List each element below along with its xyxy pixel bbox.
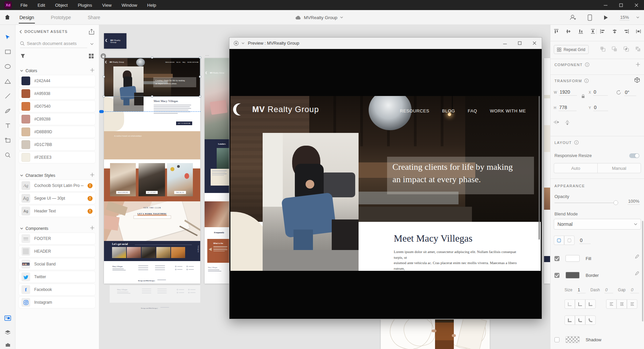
menu-object[interactable]: Object (55, 3, 68, 8)
add-color-icon[interactable] (90, 68, 94, 72)
align-right-icon[interactable] (624, 29, 629, 34)
preview-titlebar[interactable]: Preview : MVRealty Group (229, 38, 542, 49)
component-row[interactable]: Instagram (19, 297, 95, 308)
lock-aspect-icon[interactable] (581, 94, 585, 98)
preview-window[interactable]: Preview : MVRealty Group (229, 37, 542, 319)
artboard-tool-icon[interactable] (0, 133, 15, 148)
color-row[interactable]: #D1C7BB (19, 139, 95, 150)
inspector-scrollbar[interactable] (642, 221, 643, 321)
size-value[interactable]: 1 (577, 287, 586, 293)
invite-user-icon[interactable] (570, 14, 576, 20)
component-row[interactable]: f Facebook (19, 284, 95, 295)
add-char-style-icon[interactable] (90, 173, 94, 177)
color-row[interactable]: #D07540 (19, 101, 95, 112)
color-row[interactable]: #F2EEE3 (19, 152, 95, 163)
artboard-about-page[interactable]: MV Realty Group Lenders Frequently What … (205, 58, 229, 284)
cap-projecting-icon[interactable] (627, 299, 637, 309)
artboard2-title[interactable]: ... (205, 52, 209, 56)
menu-window[interactable]: Window (122, 3, 137, 8)
zoom-tool-icon[interactable] (0, 148, 15, 162)
search-scope-chevron-icon[interactable] (90, 43, 94, 45)
nav-faq[interactable]: FAQ (468, 108, 477, 113)
info-icon[interactable] (584, 79, 589, 83)
selection-handle[interactable] (151, 95, 153, 98)
align-center-icon[interactable] (612, 29, 617, 34)
width-value[interactable]: 1920 (559, 89, 577, 96)
document-title[interactable]: MVRealty Group (295, 10, 343, 25)
char-style-row[interactable]: Ag Cochocib Script Latin Pro — 125pt ! (19, 180, 95, 191)
lock-icon[interactable] (101, 53, 106, 59)
height-value[interactable]: 778 (558, 105, 577, 111)
eyedropper-icon[interactable] (634, 271, 639, 276)
line-tool-icon[interactable] (0, 89, 15, 103)
tab-prototype[interactable]: Prototype (50, 11, 72, 24)
artboard-logo[interactable]: MV Realty Group (104, 33, 126, 49)
y-field[interactable]: Y 0 (589, 105, 608, 111)
play-preview-icon[interactable] (603, 15, 608, 20)
fill-checkbox[interactable] (554, 256, 559, 261)
selection-handle[interactable] (103, 95, 105, 98)
blend-mode-select[interactable]: Normal (554, 219, 641, 230)
minimize-icon[interactable] (497, 38, 512, 49)
border-center-icon[interactable] (575, 299, 585, 309)
device-preview-icon[interactable] (588, 14, 592, 21)
border-outer-icon[interactable] (585, 299, 596, 309)
y-value[interactable]: 0 (593, 105, 608, 111)
menu-plugins[interactable]: Plugins (78, 3, 92, 8)
selection-handle[interactable] (199, 56, 201, 59)
text-tool-icon[interactable] (0, 118, 15, 133)
assets-panel-icon[interactable] (0, 311, 15, 326)
boolean-add-icon[interactable] (600, 46, 606, 52)
pen-tool-icon[interactable] (0, 103, 15, 118)
site-logo[interactable]: MV Realty Group (236, 103, 319, 115)
color-row[interactable]: #D8BB9D (19, 126, 95, 138)
nav-blog[interactable]: BLOG (442, 108, 455, 113)
join-round-icon[interactable] (575, 315, 585, 325)
viewport-guide-handle[interactable] (99, 110, 104, 113)
missing-font-warning-icon[interactable]: ! (88, 209, 93, 214)
component-row[interactable]: Social Band (19, 258, 95, 270)
export-assets-icon[interactable] (89, 29, 94, 35)
3d-transform-icon[interactable] (634, 77, 640, 83)
opacity-slider-track[interactable] (554, 203, 618, 203)
color-row[interactable]: #242A44 (19, 75, 95, 87)
align-top-icon[interactable] (554, 29, 559, 34)
selection-handle[interactable] (199, 76, 201, 78)
artboard-flower[interactable] (381, 319, 490, 349)
info-icon[interactable] (585, 62, 589, 67)
join-miter-icon[interactable] (565, 315, 575, 325)
component-row[interactable]: FOOTER (19, 233, 95, 244)
boolean-intersect-icon[interactable] (624, 46, 629, 52)
shadow-swatch[interactable] (566, 336, 580, 343)
selection-handle[interactable] (103, 76, 105, 78)
nav-work-with-me[interactable]: WORK WITH ME (490, 108, 526, 113)
fill-swatch[interactable] (566, 255, 580, 262)
auto-option[interactable]: Auto (554, 163, 598, 173)
ellipse-tool-icon[interactable] (0, 59, 15, 74)
align-bottom-icon[interactable] (578, 29, 583, 34)
dash-value[interactable]: 0 (604, 287, 613, 293)
component-row[interactable]: HEADER (19, 246, 95, 257)
x-field[interactable]: X 0 (589, 89, 608, 96)
add-component-state-icon[interactable] (636, 62, 640, 66)
record-icon[interactable] (233, 41, 239, 46)
zoom-indicator[interactable]: 15% (620, 15, 639, 20)
radius-individual-corners-icon[interactable] (564, 236, 575, 245)
home-icon[interactable] (4, 14, 11, 20)
nav-resources[interactable]: RESOURCES (400, 108, 429, 113)
rectangle-tool-icon[interactable] (0, 44, 15, 59)
manual-option[interactable]: Manual (598, 163, 641, 173)
color-row[interactable]: #A95938 (19, 88, 95, 99)
align-middle-icon[interactable] (566, 29, 571, 34)
opacity-value[interactable]: 100% (628, 199, 640, 205)
x-value[interactable]: 0 (593, 89, 608, 96)
floating-footer-component[interactable]: Macy Villegas (110, 285, 200, 303)
responsive-resize-toggle[interactable] (629, 153, 639, 158)
maximize-icon[interactable] (512, 38, 527, 49)
missing-font-warning-icon[interactable]: ! (88, 183, 93, 188)
colors-section-header[interactable]: Colors (20, 68, 37, 73)
artboard-sliver[interactable] (544, 58, 550, 284)
char-style-row[interactable]: Ag Header Text ! (19, 205, 95, 217)
minimize-icon[interactable] (598, 0, 613, 10)
color-row[interactable]: #C89288 (19, 113, 95, 125)
